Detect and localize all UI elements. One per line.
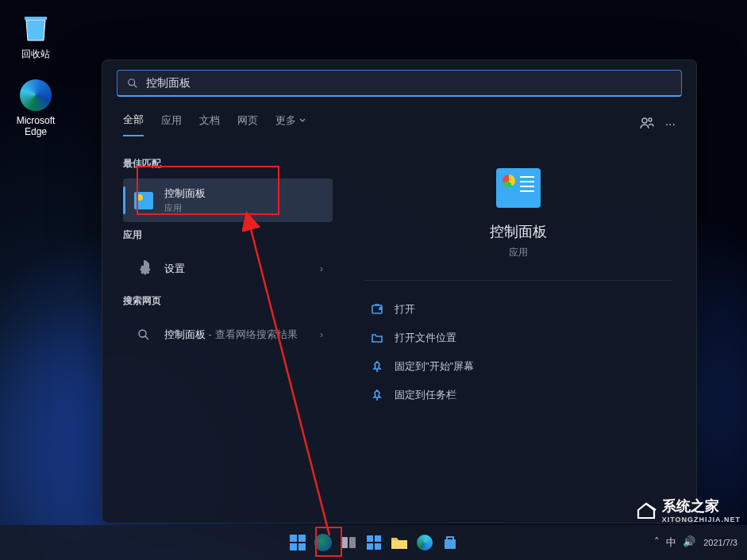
folder-icon (371, 332, 383, 344)
taskbar-tray: ˄ 中 🔊 2021/7/3 (654, 535, 737, 550)
detail-sub: 应用 (364, 246, 672, 259)
edge-icon (20, 79, 52, 111)
tray-volume-icon[interactable]: 🔊 (683, 535, 695, 550)
tab-apps[interactable]: 应用 (161, 113, 182, 136)
tray-ime-icon[interactable]: 中 (666, 535, 676, 550)
section-apps: 应用 (123, 228, 333, 242)
result-sub: 应用 (164, 202, 323, 214)
chevron-right-icon: › (320, 263, 323, 274)
taskbar-taskview[interactable] (338, 532, 359, 553)
widgets-icon (366, 535, 382, 550)
action-open[interactable]: 打开 (364, 295, 672, 324)
detail-pane: 控制面板 应用 打开 打开文件位置 固定到"开始"屏幕 固定到任务栏 (341, 136, 696, 523)
desktop-icon-label: 回收站 (8, 48, 64, 61)
taskbar-widgets[interactable] (364, 532, 384, 553)
action-pin-start[interactable]: 固定到"开始"屏幕 (364, 352, 672, 381)
taskbar: ˄ 中 🔊 2021/7/3 (0, 525, 747, 560)
open-icon (371, 303, 383, 316)
tab-more[interactable]: 更多 (275, 113, 306, 136)
search-icon (137, 328, 150, 341)
taskbar-store[interactable] (440, 532, 460, 553)
recycle-bin-icon (20, 12, 52, 44)
svg-point-3 (642, 118, 647, 123)
action-open-location[interactable]: 打开文件位置 (364, 324, 672, 352)
result-title: 控制面板 - 查看网络搜索结果 (164, 328, 320, 342)
svg-point-5 (139, 330, 146, 337)
gear-icon (135, 260, 152, 278)
taskbar-explorer[interactable] (389, 532, 410, 553)
result-web-search[interactable]: 控制面板 - 查看网络搜索结果 › (123, 316, 333, 354)
tab-web[interactable]: 网页 (237, 113, 258, 136)
svg-rect-9 (341, 537, 348, 548)
more-icon[interactable]: ··· (665, 117, 676, 132)
start-icon (290, 535, 306, 550)
search-bar[interactable] (117, 70, 682, 97)
tray-chevron-icon[interactable]: ˄ (654, 535, 660, 550)
taskbar-edge[interactable] (414, 532, 435, 553)
action-pin-taskbar[interactable]: 固定到任务栏 (364, 381, 672, 409)
taskview-icon (341, 536, 356, 549)
search-input[interactable] (146, 77, 672, 90)
result-title: 设置 (164, 262, 320, 276)
tab-documents[interactable]: 文档 (199, 113, 220, 136)
svg-rect-10 (349, 537, 356, 548)
control-panel-icon (134, 192, 153, 209)
svg-point-1 (129, 79, 135, 85)
svg-rect-11 (367, 535, 373, 542)
watermark: 系统之家 XITONGZHIJIA.NET (635, 497, 741, 524)
desktop-icon-recycle-bin[interactable]: 回收站 (8, 12, 64, 61)
search-orb-icon (314, 534, 332, 551)
svg-line-2 (134, 84, 137, 87)
section-web: 搜索网页 (123, 294, 333, 308)
result-title: 控制面板 (164, 186, 323, 201)
desktop-icon-label: Microsoft Edge (8, 115, 64, 137)
edge-icon (417, 535, 433, 550)
folder-icon (391, 535, 408, 550)
tab-all[interactable]: 全部 (123, 113, 144, 136)
svg-rect-15 (391, 540, 407, 549)
svg-rect-0 (25, 17, 47, 20)
pin-icon (371, 389, 383, 401)
detail-title: 控制面板 (364, 222, 672, 241)
search-icon (127, 78, 138, 89)
watermark-icon (635, 499, 657, 521)
result-control-panel[interactable]: 控制面板 应用 (123, 178, 333, 222)
chevron-down-icon (299, 117, 306, 124)
desktop-icon-edge[interactable]: Microsoft Edge (8, 79, 64, 137)
svg-rect-13 (367, 543, 373, 550)
control-panel-icon-large (496, 168, 541, 208)
chevron-right-icon: › (320, 329, 323, 340)
result-settings[interactable]: 设置 › (123, 250, 333, 288)
svg-rect-12 (375, 535, 381, 542)
section-best-match: 最佳匹配 (123, 157, 333, 171)
taskbar-clock[interactable]: 2021/7/3 (703, 538, 737, 547)
accounts-icon[interactable] (640, 116, 654, 133)
svg-point-4 (649, 118, 652, 121)
search-tabs: 全部 应用 文档 网页 更多 ··· (102, 113, 696, 136)
taskbar-search[interactable] (313, 532, 333, 553)
results-pane: 最佳匹配 控制面板 应用 应用 设置 › 搜 (102, 136, 341, 523)
svg-rect-14 (375, 543, 381, 550)
store-icon (442, 535, 458, 550)
divider (364, 280, 672, 281)
search-panel: 全部 应用 文档 网页 更多 ··· 最佳匹配 控制面板 应用 (102, 59, 697, 524)
taskbar-start[interactable] (287, 532, 308, 553)
svg-line-6 (145, 336, 148, 339)
pin-icon (371, 360, 383, 373)
